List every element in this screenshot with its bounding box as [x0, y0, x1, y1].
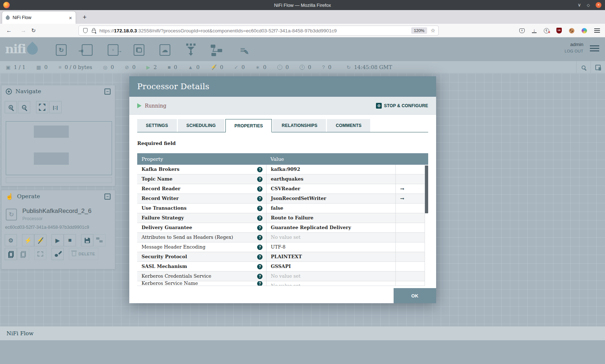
logout-link[interactable]: LOG OUT [565, 49, 583, 53]
tab-settings[interactable]: SETTINGS [137, 119, 177, 132]
table-row: Kerberos Credentials Service ? No value … [137, 272, 428, 281]
stop-button[interactable]: ■ [64, 234, 76, 246]
configure-button[interactable]: ⚙ [5, 234, 17, 246]
zoom-level-badge[interactable]: 120% [411, 27, 427, 34]
refresh-icon[interactable]: ↻ [346, 65, 351, 70]
table-row: Attributes to Send as Headers (Regex) ? … [137, 233, 428, 242]
help-icon[interactable]: ? [257, 264, 263, 269]
navigate-collapse-button[interactable]: – [104, 88, 111, 95]
create-template-button[interactable] [81, 234, 93, 246]
help-icon[interactable]: ? [257, 177, 263, 182]
property-column-header: Property [137, 156, 266, 162]
tab-close-icon[interactable]: × [69, 15, 72, 21]
extension-blocked-icon[interactable]: ¶ [544, 28, 549, 33]
bookmark-star-icon[interactable]: ☆ [431, 27, 435, 34]
output-port-tool-icon[interactable]: ◦→ [105, 43, 121, 57]
table-row: Message Header Encoding ? UTF-8 → [137, 242, 428, 252]
ok-button[interactable]: OK [394, 288, 436, 303]
tab-comments[interactable]: COMMENTS [327, 119, 370, 132]
browser-tab-title: NiFi Flow [13, 15, 66, 20]
help-icon[interactable]: ? [257, 254, 263, 260]
lock-warning-icon[interactable] [92, 30, 96, 33]
delete-button[interactable]: DELETE [69, 248, 98, 260]
statusbar-queued: ≡ 0 / 0 bytes [58, 64, 92, 70]
firefox-menu-icon[interactable] [594, 28, 600, 33]
start-button[interactable]: ▶ [51, 234, 64, 246]
cookie-extension-icon[interactable] [569, 28, 574, 33]
window-minimize-button[interactable]: ∨ [578, 2, 581, 8]
help-icon[interactable]: ? [257, 215, 263, 221]
current-user: admin [565, 42, 583, 47]
operate-collapse-button[interactable]: – [104, 194, 111, 200]
help-icon[interactable]: ? [257, 206, 263, 211]
disable-button[interactable]: ⚡ [34, 234, 46, 246]
reload-button[interactable]: ↻ [29, 26, 38, 35]
paste-button[interactable] [17, 248, 29, 260]
zoom-out-button[interactable]: – [18, 101, 30, 113]
color-button[interactable] [51, 248, 64, 260]
new-tab-button[interactable]: + [80, 13, 89, 22]
process-group-tool-icon[interactable] [131, 43, 147, 57]
stop-configure-gear-icon: ⚙ [376, 103, 382, 109]
tab-scheduling[interactable]: SCHEDULING [178, 119, 224, 132]
help-icon[interactable]: ? [257, 186, 263, 192]
tab-relationships[interactable]: RELATIONSHIPS [273, 119, 326, 132]
birdseye-toggle-button[interactable] [591, 61, 605, 73]
operate-panel: ☝ Operate – ↻ PublishKafkaRecord_2_6 Pro… [1, 190, 115, 269]
go-to-service-icon[interactable]: → [400, 186, 404, 192]
stop-and-configure-button[interactable]: ⚙ STOP & CONFIGURE [376, 103, 428, 109]
property-name: Record Reader [142, 184, 180, 194]
birdseye-minimap[interactable] [6, 121, 112, 175]
property-value: JsonRecordSetWriter [271, 196, 326, 201]
nifi-favicon-icon [5, 15, 11, 21]
remote-process-group-tool-icon[interactable]: ☁ [157, 43, 173, 57]
zoom-actual-size-button[interactable]: |:| [49, 101, 62, 113]
tracking-protection-shield-icon[interactable] [83, 28, 88, 33]
tab-properties[interactable]: PROPERTIES [225, 119, 272, 132]
help-icon[interactable]: ? [257, 225, 263, 231]
help-icon[interactable]: ? [257, 274, 263, 279]
help-icon[interactable]: ? [257, 235, 263, 240]
group-button[interactable] [34, 248, 46, 260]
downloads-icon[interactable]: ↓ [532, 28, 537, 33]
statusbar-refresh[interactable]: ↻ 14:45:08 GMT [346, 64, 392, 70]
url-bar[interactable]: https://172.18.0.3:32558/nifi/?processGr… [79, 26, 439, 36]
template-tool-icon[interactable] [209, 43, 225, 57]
property-value: No value set [271, 273, 300, 279]
funnel-tool-icon[interactable] [183, 43, 199, 57]
browser-tab[interactable]: NiFi Flow × [2, 12, 76, 24]
pocket-icon[interactable]: ∨ [519, 28, 525, 33]
move-to-parent-button[interactable] [93, 234, 106, 246]
go-to-service-icon[interactable]: → [400, 196, 404, 201]
table-scrollbar[interactable] [425, 165, 428, 286]
url-text: https://172.18.0.3:32558/nifi/?processGr… [99, 28, 411, 33]
window-maximize-button[interactable]: ◇ [587, 2, 590, 8]
statusbar-sync-failure: ? 0 [322, 64, 331, 70]
back-button[interactable]: ← [4, 26, 14, 35]
processor-tool-icon[interactable]: ↻ [53, 43, 69, 57]
properties-table-body: Kafka Brokers ? kafka:9092 → Topic Name … [137, 165, 428, 286]
forward-button[interactable]: → [19, 26, 28, 35]
property-value: No value set [271, 283, 300, 286]
input-port-tool-icon[interactable]: ⇥ [79, 43, 95, 57]
help-icon[interactable]: ? [257, 281, 263, 286]
zoom-in-button[interactable]: + [5, 101, 17, 113]
zoom-fit-button[interactable] [36, 101, 48, 113]
statusbar-transmitting: ◎ 0 [103, 64, 114, 70]
operate-title: Operate [17, 193, 101, 200]
help-icon[interactable]: ? [257, 167, 263, 172]
nifi-global-menu-icon[interactable] [590, 45, 599, 52]
label-tool-icon[interactable]: ≡✎ [235, 43, 251, 57]
property-name: Failure Strategy [142, 213, 184, 223]
extension-icon[interactable] [582, 28, 587, 33]
help-icon[interactable]: ? [257, 245, 263, 250]
statusbar-modified-stale: ! 0 [300, 64, 311, 70]
scrollbar-thumb[interactable] [425, 165, 428, 213]
breadcrumb[interactable]: NiFi Flow [6, 330, 33, 337]
help-icon[interactable]: ? [257, 196, 263, 201]
ublock-origin-icon[interactable]: U0 [556, 28, 562, 33]
window-close-button[interactable]: × [596, 2, 601, 8]
copy-button[interactable] [5, 248, 17, 260]
enable-button[interactable]: ⚡ [22, 234, 34, 246]
search-button[interactable] [576, 61, 591, 73]
